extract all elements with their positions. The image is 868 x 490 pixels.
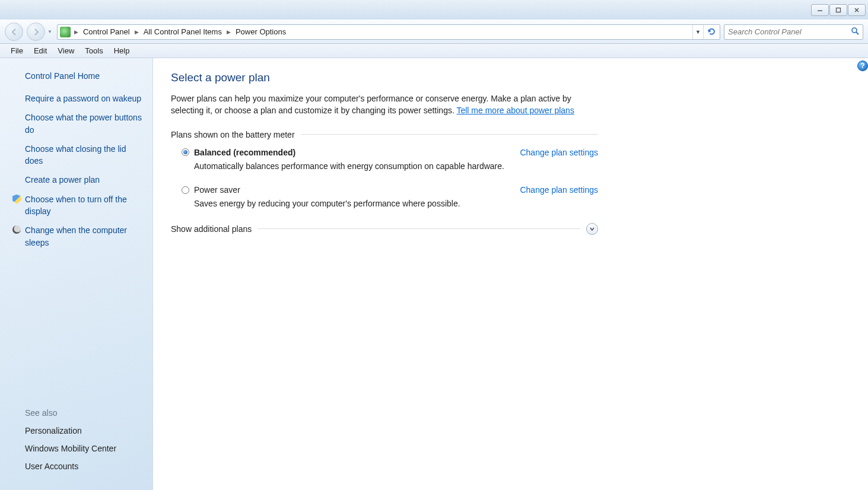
sidebar-link-turn-off-display[interactable]: Choose when to turn off the display	[8, 193, 144, 218]
address-dropdown-button[interactable]: ▼	[692, 25, 703, 39]
refresh-button[interactable]	[703, 25, 720, 39]
radio-icon	[182, 186, 189, 194]
forward-button[interactable]	[27, 23, 45, 41]
breadcrumb-separator-icon: ▶	[224, 29, 233, 35]
sidebar-item-label: Require a password on wakeup	[25, 93, 144, 104]
search-input[interactable]	[728, 27, 851, 36]
plan-power-saver: Power saver Change plan settings Saves e…	[182, 185, 598, 210]
menu-edit[interactable]: Edit	[29, 45, 52, 56]
section-battery-meter: Plans shown on the battery meter	[171, 130, 598, 139]
main-content: Select a power plan Power plans can help…	[153, 58, 868, 490]
nav-history-dropdown[interactable]: ▼	[46, 29, 53, 34]
svg-line-5	[856, 32, 859, 34]
sidebar-link-password-wakeup[interactable]: Require a password on wakeup	[8, 93, 144, 104]
sidebar-link-close-lid[interactable]: Choose what closing the lid does	[8, 143, 144, 167]
seealso-mobility-center[interactable]: Windows Mobility Center	[25, 444, 144, 453]
sidebar-item-label: Choose when to turn off the display	[25, 193, 144, 218]
menu-bar: File Edit View Tools Help	[0, 44, 868, 58]
breadcrumb-control-panel[interactable]: Control Panel	[81, 25, 132, 39]
chevron-down-icon	[589, 226, 595, 232]
window-titlebar	[0, 0, 868, 20]
menu-file[interactable]: File	[6, 45, 28, 56]
menu-help[interactable]: Help	[109, 45, 135, 56]
plan-description: Saves energy by reducing your computer's…	[194, 198, 598, 210]
svg-point-4	[852, 28, 857, 33]
seealso-personalization[interactable]: Personalization	[25, 426, 144, 435]
change-plan-settings-link[interactable]: Change plan settings	[520, 148, 598, 157]
control-panel-icon	[60, 27, 71, 37]
sidebar-item-label: Create a power plan	[25, 174, 144, 186]
expander-label: Show additional plans	[171, 224, 252, 234]
breadcrumb-all-items[interactable]: All Control Panel Items	[141, 25, 224, 39]
plan-name-label: Balanced (recommended)	[194, 148, 295, 157]
back-button[interactable]	[5, 23, 23, 41]
search-box[interactable]	[724, 24, 863, 40]
menu-tools[interactable]: Tools	[80, 45, 107, 56]
sidebar-link-power-buttons[interactable]: Choose what the power buttons do	[8, 112, 144, 136]
sidebar: Control Panel Home Require a password on…	[0, 58, 153, 490]
plan-description: Automatically balances performance with …	[194, 161, 598, 173]
breadcrumb-separator-icon: ▶	[72, 29, 81, 35]
seealso-user-accounts[interactable]: User Accounts	[25, 462, 144, 471]
radio-icon	[182, 148, 189, 156]
sidebar-link-computer-sleeps[interactable]: Change when the computer sleeps	[8, 224, 144, 249]
control-panel-home-link[interactable]: Control Panel Home	[25, 71, 144, 81]
navigation-bar: ▼ ▶ Control Panel ▶ All Control Panel It…	[0, 20, 868, 44]
divider	[301, 134, 598, 135]
intro-text: Power plans can help you maximize your c…	[171, 93, 598, 117]
maximize-button[interactable]	[829, 4, 847, 16]
close-button[interactable]	[848, 4, 866, 16]
sidebar-item-label: Choose what the power buttons do	[25, 112, 144, 136]
show-additional-plans-row: Show additional plans	[171, 223, 598, 235]
divider	[257, 228, 580, 229]
breadcrumb-separator-icon: ▶	[132, 29, 141, 35]
svg-rect-1	[837, 8, 841, 12]
expand-button[interactable]	[586, 223, 598, 235]
sidebar-item-label: Change when the computer sleeps	[25, 224, 144, 249]
sidebar-link-create-plan[interactable]: Create a power plan	[8, 174, 144, 186]
tell-me-more-link[interactable]: Tell me more about power plans	[456, 106, 574, 115]
plan-radio-balanced[interactable]: Balanced (recommended)	[182, 148, 295, 157]
plan-radio-power-saver[interactable]: Power saver	[182, 185, 240, 195]
address-bar[interactable]: ▶ Control Panel ▶ All Control Panel Item…	[57, 24, 720, 40]
see-also-heading: See also	[25, 408, 144, 418]
sidebar-item-label: Choose what closing the lid does	[25, 143, 144, 167]
plan-name-label: Power saver	[194, 185, 240, 195]
breadcrumb-power-options[interactable]: Power Options	[233, 25, 288, 39]
help-icon[interactable]: ?	[857, 61, 868, 71]
change-plan-settings-link[interactable]: Change plan settings	[520, 185, 598, 195]
minimize-button[interactable]	[811, 4, 829, 16]
search-icon[interactable]	[851, 27, 859, 37]
moon-icon	[12, 225, 21, 234]
page-heading: Select a power plan	[171, 71, 598, 84]
plan-balanced: Balanced (recommended) Change plan setti…	[182, 148, 598, 173]
menu-view[interactable]: View	[53, 45, 79, 56]
shield-icon	[12, 195, 21, 204]
